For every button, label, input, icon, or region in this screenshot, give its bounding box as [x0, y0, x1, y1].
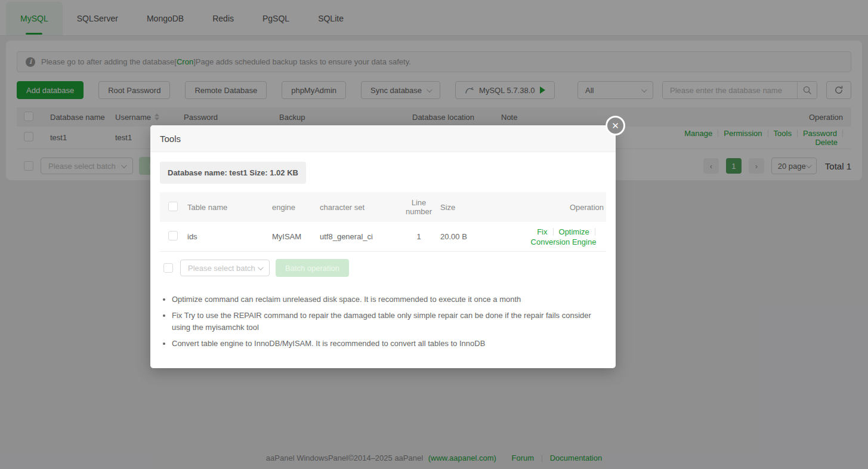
close-button[interactable]: ✕: [606, 116, 625, 135]
col-engine: engine: [272, 203, 320, 212]
note-optimize: Optimize command can reclaim unreleased …: [172, 294, 604, 306]
tools-table: Table name engine character set Line num…: [160, 192, 606, 252]
cell-engine: MyISAM: [272, 232, 320, 241]
col-character-set: character set: [320, 203, 397, 212]
conversion-engine-link[interactable]: Conversion Engine: [526, 238, 602, 246]
batch-select-placeholder: Please select batch: [188, 264, 255, 273]
note-convert: Convert table engine to InnoDB/MyISAM. I…: [172, 338, 604, 350]
tools-notes: Optimize command can reclaim unreleased …: [172, 294, 606, 350]
col-line-number: Line number: [397, 198, 440, 216]
cell-table-name: ids: [187, 232, 272, 241]
select-all-checkbox[interactable]: [168, 202, 178, 211]
optimize-link[interactable]: Optimize: [554, 228, 595, 236]
dialog-body: Database name: test1 Size: 1.02 KB Table…: [150, 152, 616, 368]
col-size: Size: [440, 203, 493, 212]
row-checkbox[interactable]: [168, 231, 178, 240]
cell-character-set: utf8_general_ci: [320, 232, 397, 241]
cell-size: 20.00 B: [440, 232, 493, 241]
modal-batch-row: Please select batch Batch operation: [160, 259, 606, 277]
col-operation: Operation: [493, 203, 606, 212]
table-row: ids MyISAM utf8_general_ci 1 20.00 B Fix…: [160, 222, 606, 252]
col-table-name: Table name: [187, 203, 272, 212]
cell-line-number: 1: [397, 232, 440, 241]
cell-operation: FixOptimizeConversion Engine: [493, 227, 606, 247]
close-icon: ✕: [611, 121, 619, 131]
tools-table-header: Table name engine character set Line num…: [160, 192, 606, 222]
batch-select[interactable]: Please select batch: [180, 260, 270, 276]
fix-link[interactable]: Fix: [532, 228, 553, 236]
note-fix: Fix Try to use the REPAIR command to rep…: [172, 310, 604, 334]
tools-dialog: ✕ Tools Database name: test1 Size: 1.02 …: [150, 125, 616, 368]
database-summary-badge: Database name: test1 Size: 1.02 KB: [160, 162, 306, 184]
batch-operation-button[interactable]: Batch operation: [276, 259, 349, 277]
dialog-title: Tools: [160, 134, 181, 144]
batch-checkbox[interactable]: [163, 263, 173, 273]
dialog-header: Tools: [150, 125, 616, 152]
chevron-down-icon: [258, 264, 264, 270]
